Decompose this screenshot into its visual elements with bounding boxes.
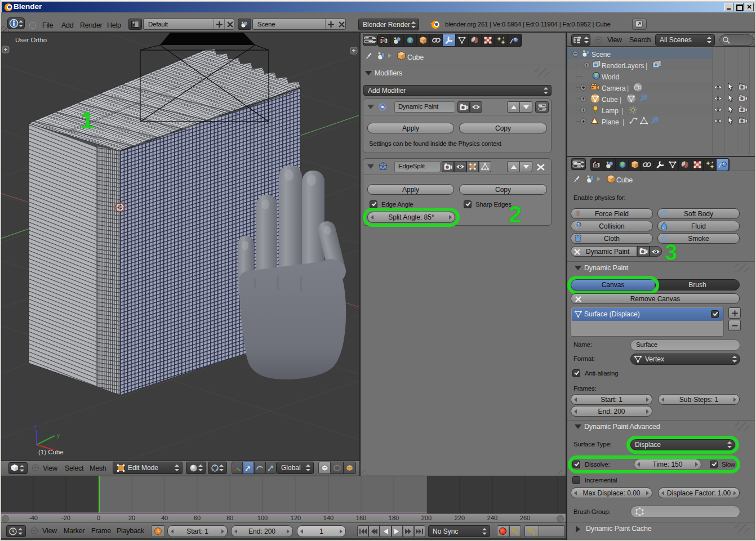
svg-text:z: z: [34, 423, 37, 430]
svg-text:(1) Cube: (1) Cube: [38, 449, 64, 455]
svg-text:User Ortho: User Ortho: [15, 37, 47, 43]
svg-text:y: y: [57, 432, 60, 439]
